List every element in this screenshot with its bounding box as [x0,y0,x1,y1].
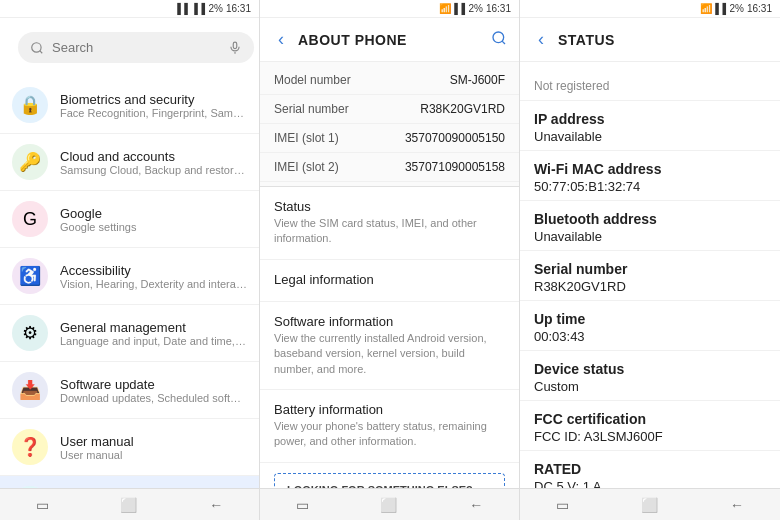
svg-line-1 [40,50,43,53]
status-section-title-2: Bluetooth address [534,211,766,227]
about-menu-desc-3: View your phone's battery status, remain… [274,419,505,450]
svg-line-6 [502,41,505,44]
sidebar-item-biometrics[interactable]: 🔒 Biometrics and security Face Recogniti… [0,77,259,134]
setting-subtitle-general: Language and input, Date and time, Reset [60,335,247,347]
status-panel: 📶 ▌▌2% 16:31 ‹ STATUS Not registered IP … [520,0,780,520]
signal-icon: ▌▌ [177,3,191,14]
status-section-5: Device status Custom [520,351,780,401]
not-registered-text: Not registered [534,79,609,93]
status-section-value-6: FCC ID: A3LSMJ600F [534,429,766,444]
recent-btn[interactable]: ▭ [36,497,49,513]
about-menu-title-0: Status [274,199,505,214]
status-section-title-7: RATED [534,461,766,477]
sidebar-item-cloud[interactable]: 🔑 Cloud and accounts Samsung Cloud, Back… [0,134,259,191]
about-info-row-0: Model number SM-J600F [260,66,519,95]
setting-icon-cloud: 🔑 [12,144,48,180]
home-btn-p3[interactable]: ⬜ [641,497,658,513]
about-info-row-2: IMEI (slot 1) 357070090005150 [260,124,519,153]
time-p2: 16:31 [486,3,511,14]
sidebar-item-about[interactable]: ℹ About phone Status, Legal information,… [0,476,259,488]
setting-subtitle-accessibility: Vision, Hearing, Dexterity and interacti… [60,278,247,290]
bottom-nav-panel2: ▭ ⬜ ← [260,488,519,520]
about-info-value-0: SM-J600F [450,73,505,87]
svg-point-5 [493,32,504,43]
search-icon-about [491,30,507,46]
about-menu-item-3[interactable]: Battery information View your phone's ba… [260,390,519,463]
about-info-label-1: Serial number [274,102,420,116]
setting-title-cloud: Cloud and accounts [60,149,247,164]
settings-panel: ▌▌ ▌▌2% 16:31 🔒 Biometrics and security [0,0,260,520]
status-section-title-1: Wi-Fi MAC address [534,161,766,177]
about-menu-title-2: Software information [274,314,505,329]
about-menu-title-3: Battery information [274,402,505,417]
search-icon [30,41,44,55]
wifi-icon-p3: 📶 [700,3,712,14]
home-btn[interactable]: ⬜ [120,497,137,513]
mic-icon [228,41,242,55]
bottom-nav-panel3: ▭ ⬜ ← [520,488,780,520]
time-p3: 16:31 [747,3,772,14]
setting-text-google: Google Google settings [60,206,247,233]
status-section-value-5: Custom [534,379,766,394]
time-display: 16:31 [226,3,251,14]
not-registered-section: Not registered [520,66,780,101]
about-menu-list: Status View the SIM card status, IMEI, a… [260,187,519,488]
about-menu-item-2[interactable]: Software information View the currently … [260,302,519,390]
back-btn-p2[interactable]: ← [469,497,483,513]
status-bar-panel2: 📶 ▌▌2% 16:31 [260,0,519,18]
status-bar-panel3: 📶 ▌▌2% 16:31 [520,0,780,18]
about-menu-item-1[interactable]: Legal information [260,260,519,302]
about-search-button[interactable] [491,30,507,50]
setting-title-manual: User manual [60,434,247,449]
search-bar[interactable] [18,32,254,63]
wifi-icon-p2: 📶 [439,3,451,14]
setting-title-software: Software update [60,377,247,392]
status-list: Not registered IP address Unavailable Wi… [520,62,780,488]
about-phone-header: ‹ ABOUT PHONE [260,18,519,62]
looking-for-box: LOOKING FOR SOMETHING ELSE? RESETCONTACT… [274,473,505,488]
about-phone-title: ABOUT PHONE [298,32,483,48]
sidebar-item-general[interactable]: ⚙ General management Language and input,… [0,305,259,362]
about-info-value-3: 357071090005158 [405,160,505,174]
setting-title-google: Google [60,206,247,221]
setting-text-accessibility: Accessibility Vision, Hearing, Dexterity… [60,263,247,290]
status-section-title-6: FCC certification [534,411,766,427]
setting-title-general: General management [60,320,247,335]
about-info-label-2: IMEI (slot 1) [274,131,405,145]
status-section-title-0: IP address [534,111,766,127]
about-menu-item-0[interactable]: Status View the SIM card status, IMEI, a… [260,187,519,260]
status-section-title-3: Serial number [534,261,766,277]
back-button-about[interactable]: ‹ [272,27,290,52]
device-info-section: Model number SM-J600F Serial number R38K… [260,62,519,187]
sidebar-item-software[interactable]: 📥 Software update Download updates, Sche… [0,362,259,419]
about-phone-panel: 📶 ▌▌2% 16:31 ‹ ABOUT PHONE Model number … [260,0,520,520]
status-section-0: IP address Unavailable [520,101,780,151]
setting-text-manual: User manual User manual [60,434,247,461]
recent-btn-p3[interactable]: ▭ [556,497,569,513]
setting-text-software: Software update Download updates, Schedu… [60,377,247,404]
about-menu-title-1: Legal information [274,272,505,287]
setting-subtitle-manual: User manual [60,449,247,461]
back-btn-p3[interactable]: ← [730,497,744,513]
setting-subtitle-google: Google settings [60,221,247,233]
svg-point-0 [32,42,41,51]
sidebar-item-google[interactable]: G Google Google settings [0,191,259,248]
battery-text: ▌▌2% [194,3,223,14]
status-section-value-3: R38K20GV1RD [534,279,766,294]
settings-list: 🔒 Biometrics and security Face Recogniti… [0,77,259,488]
status-section-value-1: 50:77:05:B1:32:74 [534,179,766,194]
about-info-value-2: 357070090005150 [405,131,505,145]
search-input[interactable] [52,40,220,55]
recent-btn-p2[interactable]: ▭ [296,497,309,513]
home-btn-p2[interactable]: ⬜ [380,497,397,513]
status-section-title-5: Device status [534,361,766,377]
setting-icon-software: 📥 [12,372,48,408]
status-bar-panel1: ▌▌ ▌▌2% 16:31 [0,0,259,18]
status-section-7: RATED DC 5 V; 1 A [520,451,780,488]
sidebar-item-accessibility[interactable]: ♿ Accessibility Vision, Hearing, Dexteri… [0,248,259,305]
back-button-status[interactable]: ‹ [532,27,550,52]
svg-rect-2 [233,42,237,48]
back-btn-panel1[interactable]: ← [209,497,223,513]
sidebar-item-manual[interactable]: ❓ User manual User manual [0,419,259,476]
about-info-label-3: IMEI (slot 2) [274,160,405,174]
